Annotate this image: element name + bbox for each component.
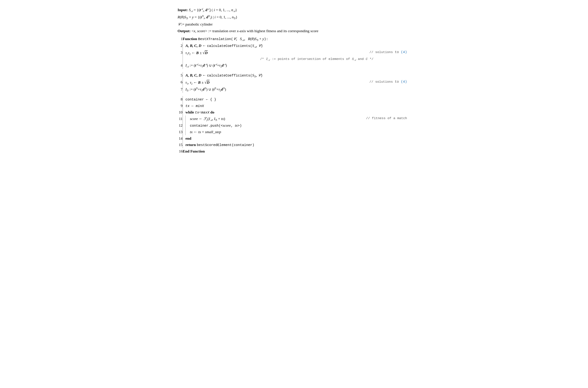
line-content-15: return bestScoredElement(container) (185, 142, 414, 148)
algo-line-9: 9 tx ← minX (174, 102, 414, 109)
algo-line-6: 6 τ1, τ2 ← B ± √D // solutions to (4) (174, 79, 414, 86)
input-section: Input: S𝒜 = {(t𝒜i, d𝒜i) | i = 0, 1, ...,… (174, 7, 414, 34)
indent-bar-11b (185, 116, 188, 122)
algo-line-3: 3 τ1τ2 ← B ± √D // solutions to (4) (174, 49, 414, 56)
indent-bar-13b (185, 129, 188, 135)
line-number-13: 13 (174, 129, 183, 135)
var-abcd: A, B, C, D (185, 44, 201, 48)
line-content-2: A, B, C, D ← calculateCoefficients(S𝒜, 𝒞… (185, 43, 414, 49)
line-content-3: τ1τ2 ← B ± √D (185, 49, 286, 56)
indent-bar-6 (183, 79, 185, 86)
indent-bar-12b (185, 122, 188, 129)
output-label: Output: (178, 29, 191, 33)
line-content-16: End Function (183, 148, 414, 154)
indent-bar-2 (183, 49, 185, 56)
line-content-14: end (185, 135, 414, 142)
function-keyword: Function (183, 37, 197, 41)
indent-bar-15 (183, 142, 185, 148)
indent-bar-10 (183, 109, 185, 116)
input-sa: S𝒜 = {(t𝒜i, d𝒜i) | i = 0, 1, ..., n𝒜} (189, 8, 237, 12)
indent-bar-13a (183, 129, 185, 135)
algo-line-16: 16 End Function (174, 148, 414, 154)
line-number-16: 16 (174, 148, 183, 154)
line-content-12: container.push(<score, tx>) (188, 122, 414, 129)
input-rsb: R(θ)Sℬ + y = {(tℬi, dℬi) | i = 0, 1, ...… (178, 15, 237, 19)
line-content-9: tx ← minX (185, 102, 414, 109)
line-content-4: I𝒜 := (t𝒜+τ1d𝒜) ∪ (t𝒜+τ2d𝒜) (185, 62, 414, 69)
indent-bar-1 (183, 43, 185, 49)
input-line-1: Input: S𝒜 = {(t𝒜i, d𝒜i) | i = 0, 1, ...,… (178, 7, 414, 13)
algo-line-2: 2 A, B, C, D ← calculateCoefficients(S𝒜,… (174, 43, 414, 49)
tau12: τ (185, 51, 187, 55)
algo-line-5: 5 A, B, C, D ← calculateCoefficients(Sℬ,… (174, 72, 414, 79)
input-c: 𝒞 (178, 22, 180, 26)
function-param-c: 𝒞 (233, 37, 236, 41)
indent-bar-4 (183, 62, 185, 69)
line-number-3: 3 (174, 49, 183, 56)
algo-line-1: 1 Function BestXTranslation(𝒞, S𝒜, R(θ)S… (174, 36, 414, 43)
algorithm-block: Input: S𝒜 = {(t𝒜i, d𝒜i) | i = 0, 1, ...,… (174, 7, 414, 154)
comment-11: // fitness of a match (286, 116, 414, 122)
algo-line-7: 7 Iℬ := (tℬ+τ1dℬ) ∪ (tℬ+τ2dℬ) (174, 86, 414, 93)
algo-line-10: 10 while tx<maxX do (174, 109, 414, 116)
algo-line-4: 4 I𝒜 := (t𝒜+τ1d𝒜) ∪ (t𝒜+τ2d𝒜) (174, 62, 414, 69)
algo-line-8: 8 container ← { } (174, 96, 414, 102)
algo-line-11: 11 score ← ℱy(I𝒜, Iℬ + tx) // fitness of… (174, 116, 414, 122)
line-content-7: Iℬ := (tℬ+τ1dℬ) ∪ (tℬ+τ2dℬ) (185, 86, 414, 93)
indent-bar-14 (183, 135, 185, 142)
algo-line-15: 15 return bestScoredElement(container) (174, 142, 414, 148)
line-number-14: 14 (174, 135, 183, 142)
function-name: BestXTranslation( (198, 37, 233, 41)
algo-comment-block: /* I𝒜 := points of intersection of eleme… (174, 56, 414, 62)
comment-3: // solutions to (4) (286, 49, 414, 56)
line-number-comment (174, 56, 183, 62)
input-line-2: R(θ)Sℬ + y = {(tℬi, dℬi) | i = 0, 1, ...… (178, 14, 414, 21)
input-line-3: 𝒞 := parabolic cylinder (178, 21, 414, 27)
line-content-13: tx ← tx + small_step (188, 129, 414, 135)
output-desc: <x, score> := translation over x-axis wi… (191, 29, 318, 33)
line-number-7: 7 (174, 86, 183, 93)
output-line: Output: <x, score> := translation over x… (178, 28, 414, 34)
indent-bar-8 (183, 96, 185, 102)
line-number-4: 4 (174, 62, 183, 69)
algo-line-12: 12 container.push(<score, tx>) (174, 122, 414, 129)
algo-line-14: 14 end (174, 135, 414, 142)
line-content-8: container ← { } (185, 96, 414, 102)
line-content-1: Function BestXTranslation(𝒞, S𝒜, R(θ)Sℬ … (183, 36, 414, 43)
line-number-9: 9 (174, 102, 183, 109)
line-number-10: 10 (174, 109, 183, 116)
line-number-15: 15 (174, 142, 183, 148)
comment-6: // solutions to (4) (286, 79, 414, 86)
line-number-11: 11 (174, 116, 183, 122)
algorithm-table: 1 Function BestXTranslation(𝒞, S𝒜, R(θ)S… (174, 36, 414, 154)
indent-bar-11a (183, 116, 185, 122)
algo-line-13: 13 tx ← tx + small_step (174, 129, 414, 135)
input-label: Input: (178, 8, 188, 12)
line-number-6: 6 (174, 79, 183, 86)
indent-bar-12a (183, 122, 185, 129)
line-content-10: while tx<maxX do (185, 109, 414, 116)
line-number-12: 12 (174, 122, 183, 129)
indent-bar-5 (183, 72, 185, 79)
line-number-5: 5 (174, 72, 183, 79)
line-number-2: 2 (174, 43, 183, 49)
line-number-1: 1 (174, 36, 183, 43)
line-number-8: 8 (174, 96, 183, 102)
line-content-comment: /* I𝒜 := points of intersection of eleme… (185, 56, 414, 62)
line-content-6: τ1, τ2 ← B ± √D (185, 79, 286, 86)
indent-bar-comment (183, 56, 185, 62)
empty-row-2 (174, 93, 414, 96)
indent-bar-9 (183, 102, 185, 109)
line-content-5: A, B, C, D ← calculateCoefficients(Sℬ, 𝒞… (185, 72, 414, 79)
empty-row-1 (174, 69, 414, 72)
indent-bar-7 (183, 86, 185, 93)
line-content-11: score ← ℱy(I𝒜, Iℬ + tx) (188, 116, 286, 122)
